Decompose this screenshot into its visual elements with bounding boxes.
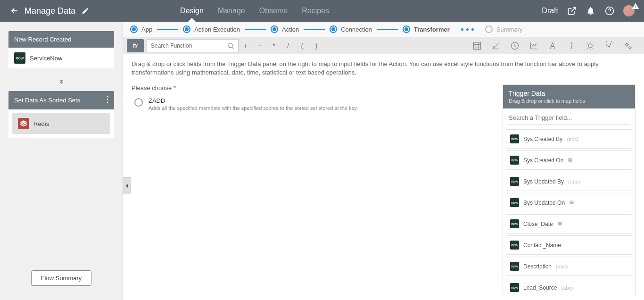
svg-point-7 <box>571 42 572 43</box>
trigger-field[interactable]: nowSys Updated By(abc) <box>506 172 632 191</box>
help-text: Drag & drop or click fields from the Tri… <box>123 54 644 81</box>
warning-icon <box>632 2 639 12</box>
step-summary: Summary <box>485 25 523 33</box>
svg-rect-5 <box>474 42 481 49</box>
step-app[interactable]: App <box>130 25 152 33</box>
svg-rect-12 <box>569 158 572 162</box>
trigger-data-panel: Trigger Data Drag & drop or click to map… <box>503 84 636 295</box>
svg-point-1 <box>107 96 108 98</box>
angle-icon[interactable] <box>491 41 501 51</box>
trigger-field-list[interactable]: nowSys Created By(abc)nowSys Created Onn… <box>503 127 635 295</box>
option-zadd[interactable]: ZADD Adds all the specified members with… <box>132 97 493 111</box>
servicenow-icon: now <box>510 156 519 165</box>
servicenow-icon: now <box>510 134 519 143</box>
trigger-field[interactable]: nowContact_Name <box>506 235 632 255</box>
op-minus[interactable]: − <box>253 39 267 52</box>
gauge-icon[interactable] <box>604 41 614 51</box>
trigger-panel-title: Trigger Data <box>509 90 629 97</box>
svg-point-9 <box>609 46 610 47</box>
op-paren-open[interactable]: ( <box>295 39 309 52</box>
svg-rect-13 <box>570 201 573 204</box>
sidebar: New Record Created now ServiceNow Set Da… <box>0 22 123 300</box>
trigger-field[interactable]: nowLead_Source(abc) <box>506 278 632 295</box>
trigger-field[interactable]: nowSys Created By(abc) <box>506 129 632 149</box>
chart-icon[interactable] <box>528 41 539 51</box>
servicenow-icon: now <box>510 177 519 186</box>
trigger-card-header[interactable]: New Record Created <box>8 31 114 48</box>
trigger-field[interactable]: nowDescription(abc) <box>506 257 632 276</box>
trigger-field[interactable]: nowClose_Date <box>506 214 632 233</box>
edit-icon[interactable] <box>80 6 91 16</box>
servicenow-icon: now <box>14 52 25 64</box>
trigger-field[interactable]: nowSys Updated On <box>506 193 632 212</box>
clock-icon[interactable] <box>510 41 520 51</box>
servicenow-icon: now <box>510 219 519 228</box>
svg-point-10 <box>626 43 628 46</box>
tab-observe[interactable]: Observe <box>259 1 288 21</box>
more-icon[interactable] <box>107 96 108 105</box>
help-icon[interactable] <box>604 6 615 16</box>
op-divide[interactable]: / <box>281 39 295 52</box>
svg-rect-14 <box>558 222 561 225</box>
op-paren-close[interactable]: ) <box>309 39 323 52</box>
step-transformer[interactable]: Transformer <box>403 25 450 33</box>
servicenow-icon: now <box>510 198 519 207</box>
trigger-app-row[interactable]: now ServiceNow <box>8 48 114 68</box>
redis-icon <box>18 118 29 129</box>
tab-manage[interactable]: Manage <box>218 1 245 21</box>
tab-recipes[interactable]: Recipes <box>302 1 329 21</box>
back-arrow-icon[interactable] <box>9 6 20 16</box>
action-app-row[interactable]: Redis <box>12 113 110 134</box>
svg-point-4 <box>228 43 232 47</box>
servicenow-icon: now <box>510 283 519 292</box>
choose-label: Please choose * <box>132 84 493 92</box>
svg-point-2 <box>107 99 108 100</box>
step-action[interactable]: Action <box>271 25 299 33</box>
step-connection[interactable]: Connection <box>330 25 372 33</box>
servicenow-icon: now <box>510 241 519 250</box>
gears-icon[interactable] <box>623 41 633 51</box>
open-external-icon[interactable] <box>567 6 577 16</box>
bell-icon[interactable] <box>586 6 596 16</box>
text-icon[interactable] <box>547 41 558 51</box>
flow-summary-button[interactable]: Flow Summary <box>31 270 92 286</box>
trigger-search-input[interactable] <box>508 111 630 125</box>
op-multiply[interactable]: * <box>267 39 281 52</box>
collapse-sidebar-button[interactable] <box>123 177 131 194</box>
status-label: Draft <box>542 7 558 15</box>
search-function-input[interactable] <box>147 39 239 52</box>
trigger-field[interactable]: nowSys Created On <box>506 150 632 170</box>
trigger-panel-subtitle: Drag & drop or click to map fields <box>509 98 629 104</box>
grid-icon[interactable] <box>472 41 482 51</box>
op-plus[interactable]: + <box>239 39 253 52</box>
servicenow-icon: now <box>510 262 519 271</box>
tab-design[interactable]: Design <box>180 1 204 21</box>
connector-icon <box>8 72 114 91</box>
svg-point-3 <box>107 102 108 103</box>
svg-point-11 <box>629 47 631 49</box>
page-title: Manage Data <box>25 6 75 16</box>
search-icon <box>227 42 234 50</box>
svg-point-8 <box>588 43 592 47</box>
bulb-icon[interactable] <box>585 41 595 51</box>
function-bar: fx + − * / ( ) <box>123 37 644 54</box>
steps-bar: App Action Execution Action Connection T… <box>123 22 644 37</box>
radio-icon[interactable] <box>134 98 143 107</box>
action-card-header[interactable]: Set Data As Sorted Sets <box>8 91 114 109</box>
fx-icon[interactable]: fx <box>127 39 144 52</box>
step-action-execution[interactable]: Action Execution <box>183 25 240 33</box>
info-icon[interactable] <box>566 41 577 51</box>
avatar[interactable] <box>623 5 635 17</box>
